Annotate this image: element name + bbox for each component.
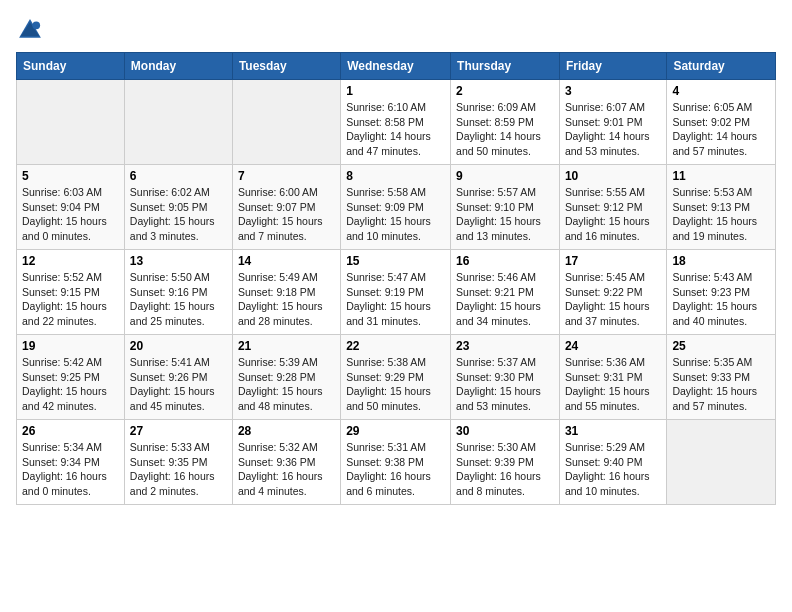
calendar-cell: 12Sunrise: 5:52 AMSunset: 9:15 PMDayligh… xyxy=(17,250,125,335)
day-number: 16 xyxy=(456,254,554,268)
logo-icon xyxy=(16,16,44,44)
day-info: Sunrise: 5:41 AMSunset: 9:26 PMDaylight:… xyxy=(130,355,227,414)
calendar-cell: 8Sunrise: 5:58 AMSunset: 9:09 PMDaylight… xyxy=(341,165,451,250)
day-info: Sunrise: 5:42 AMSunset: 9:25 PMDaylight:… xyxy=(22,355,119,414)
calendar-cell: 28Sunrise: 5:32 AMSunset: 9:36 PMDayligh… xyxy=(232,420,340,505)
day-number: 20 xyxy=(130,339,227,353)
calendar-cell: 5Sunrise: 6:03 AMSunset: 9:04 PMDaylight… xyxy=(17,165,125,250)
calendar-cell: 23Sunrise: 5:37 AMSunset: 9:30 PMDayligh… xyxy=(451,335,560,420)
day-number: 17 xyxy=(565,254,661,268)
day-info: Sunrise: 6:03 AMSunset: 9:04 PMDaylight:… xyxy=(22,185,119,244)
calendar-cell: 16Sunrise: 5:46 AMSunset: 9:21 PMDayligh… xyxy=(451,250,560,335)
day-number: 25 xyxy=(672,339,770,353)
calendar-cell: 19Sunrise: 5:42 AMSunset: 9:25 PMDayligh… xyxy=(17,335,125,420)
calendar-cell: 29Sunrise: 5:31 AMSunset: 9:38 PMDayligh… xyxy=(341,420,451,505)
day-info: Sunrise: 5:36 AMSunset: 9:31 PMDaylight:… xyxy=(565,355,661,414)
calendar-cell: 2Sunrise: 6:09 AMSunset: 8:59 PMDaylight… xyxy=(451,80,560,165)
day-info: Sunrise: 6:07 AMSunset: 9:01 PMDaylight:… xyxy=(565,100,661,159)
calendar-cell: 9Sunrise: 5:57 AMSunset: 9:10 PMDaylight… xyxy=(451,165,560,250)
day-info: Sunrise: 5:37 AMSunset: 9:30 PMDaylight:… xyxy=(456,355,554,414)
day-info: Sunrise: 5:57 AMSunset: 9:10 PMDaylight:… xyxy=(456,185,554,244)
day-info: Sunrise: 5:55 AMSunset: 9:12 PMDaylight:… xyxy=(565,185,661,244)
calendar-cell: 10Sunrise: 5:55 AMSunset: 9:12 PMDayligh… xyxy=(559,165,666,250)
calendar-cell: 30Sunrise: 5:30 AMSunset: 9:39 PMDayligh… xyxy=(451,420,560,505)
calendar-week-row: 12Sunrise: 5:52 AMSunset: 9:15 PMDayligh… xyxy=(17,250,776,335)
day-number: 30 xyxy=(456,424,554,438)
day-number: 12 xyxy=(22,254,119,268)
calendar-table: SundayMondayTuesdayWednesdayThursdayFrid… xyxy=(16,52,776,505)
day-number: 5 xyxy=(22,169,119,183)
day-info: Sunrise: 5:45 AMSunset: 9:22 PMDaylight:… xyxy=(565,270,661,329)
day-number: 28 xyxy=(238,424,335,438)
svg-point-2 xyxy=(32,21,40,29)
calendar-header-saturday: Saturday xyxy=(667,53,776,80)
calendar-cell: 27Sunrise: 5:33 AMSunset: 9:35 PMDayligh… xyxy=(124,420,232,505)
day-info: Sunrise: 5:29 AMSunset: 9:40 PMDaylight:… xyxy=(565,440,661,499)
calendar-cell: 21Sunrise: 5:39 AMSunset: 9:28 PMDayligh… xyxy=(232,335,340,420)
day-info: Sunrise: 5:47 AMSunset: 9:19 PMDaylight:… xyxy=(346,270,445,329)
page-header xyxy=(16,16,776,44)
calendar-header-sunday: Sunday xyxy=(17,53,125,80)
calendar-cell: 3Sunrise: 6:07 AMSunset: 9:01 PMDaylight… xyxy=(559,80,666,165)
day-number: 11 xyxy=(672,169,770,183)
calendar-cell: 14Sunrise: 5:49 AMSunset: 9:18 PMDayligh… xyxy=(232,250,340,335)
day-number: 6 xyxy=(130,169,227,183)
calendar-week-row: 5Sunrise: 6:03 AMSunset: 9:04 PMDaylight… xyxy=(17,165,776,250)
calendar-header-row: SundayMondayTuesdayWednesdayThursdayFrid… xyxy=(17,53,776,80)
day-number: 15 xyxy=(346,254,445,268)
calendar-header-tuesday: Tuesday xyxy=(232,53,340,80)
calendar-cell: 18Sunrise: 5:43 AMSunset: 9:23 PMDayligh… xyxy=(667,250,776,335)
calendar-cell: 25Sunrise: 5:35 AMSunset: 9:33 PMDayligh… xyxy=(667,335,776,420)
day-number: 2 xyxy=(456,84,554,98)
logo xyxy=(16,16,48,44)
calendar-cell: 13Sunrise: 5:50 AMSunset: 9:16 PMDayligh… xyxy=(124,250,232,335)
day-info: Sunrise: 5:38 AMSunset: 9:29 PMDaylight:… xyxy=(346,355,445,414)
day-number: 18 xyxy=(672,254,770,268)
day-number: 23 xyxy=(456,339,554,353)
calendar-cell: 31Sunrise: 5:29 AMSunset: 9:40 PMDayligh… xyxy=(559,420,666,505)
day-number: 3 xyxy=(565,84,661,98)
day-info: Sunrise: 5:49 AMSunset: 9:18 PMDaylight:… xyxy=(238,270,335,329)
day-number: 21 xyxy=(238,339,335,353)
calendar-cell xyxy=(667,420,776,505)
day-number: 29 xyxy=(346,424,445,438)
day-number: 8 xyxy=(346,169,445,183)
calendar-cell xyxy=(17,80,125,165)
calendar-cell: 24Sunrise: 5:36 AMSunset: 9:31 PMDayligh… xyxy=(559,335,666,420)
calendar-cell: 6Sunrise: 6:02 AMSunset: 9:05 PMDaylight… xyxy=(124,165,232,250)
day-info: Sunrise: 5:58 AMSunset: 9:09 PMDaylight:… xyxy=(346,185,445,244)
calendar-cell: 11Sunrise: 5:53 AMSunset: 9:13 PMDayligh… xyxy=(667,165,776,250)
day-info: Sunrise: 6:10 AMSunset: 8:58 PMDaylight:… xyxy=(346,100,445,159)
day-info: Sunrise: 5:33 AMSunset: 9:35 PMDaylight:… xyxy=(130,440,227,499)
day-info: Sunrise: 5:34 AMSunset: 9:34 PMDaylight:… xyxy=(22,440,119,499)
day-number: 22 xyxy=(346,339,445,353)
calendar-cell xyxy=(232,80,340,165)
calendar-cell: 1Sunrise: 6:10 AMSunset: 8:58 PMDaylight… xyxy=(341,80,451,165)
calendar-week-row: 26Sunrise: 5:34 AMSunset: 9:34 PMDayligh… xyxy=(17,420,776,505)
day-info: Sunrise: 6:09 AMSunset: 8:59 PMDaylight:… xyxy=(456,100,554,159)
calendar-cell: 26Sunrise: 5:34 AMSunset: 9:34 PMDayligh… xyxy=(17,420,125,505)
day-info: Sunrise: 5:30 AMSunset: 9:39 PMDaylight:… xyxy=(456,440,554,499)
day-info: Sunrise: 6:00 AMSunset: 9:07 PMDaylight:… xyxy=(238,185,335,244)
calendar-cell: 7Sunrise: 6:00 AMSunset: 9:07 PMDaylight… xyxy=(232,165,340,250)
calendar-cell xyxy=(124,80,232,165)
day-number: 9 xyxy=(456,169,554,183)
day-info: Sunrise: 5:50 AMSunset: 9:16 PMDaylight:… xyxy=(130,270,227,329)
day-number: 4 xyxy=(672,84,770,98)
day-number: 27 xyxy=(130,424,227,438)
day-number: 26 xyxy=(22,424,119,438)
calendar-cell: 20Sunrise: 5:41 AMSunset: 9:26 PMDayligh… xyxy=(124,335,232,420)
day-info: Sunrise: 5:46 AMSunset: 9:21 PMDaylight:… xyxy=(456,270,554,329)
day-number: 1 xyxy=(346,84,445,98)
day-info: Sunrise: 5:35 AMSunset: 9:33 PMDaylight:… xyxy=(672,355,770,414)
day-info: Sunrise: 5:52 AMSunset: 9:15 PMDaylight:… xyxy=(22,270,119,329)
calendar-cell: 15Sunrise: 5:47 AMSunset: 9:19 PMDayligh… xyxy=(341,250,451,335)
day-info: Sunrise: 6:02 AMSunset: 9:05 PMDaylight:… xyxy=(130,185,227,244)
day-number: 14 xyxy=(238,254,335,268)
calendar-header-friday: Friday xyxy=(559,53,666,80)
day-number: 7 xyxy=(238,169,335,183)
calendar-week-row: 1Sunrise: 6:10 AMSunset: 8:58 PMDaylight… xyxy=(17,80,776,165)
calendar-cell: 4Sunrise: 6:05 AMSunset: 9:02 PMDaylight… xyxy=(667,80,776,165)
calendar-header-wednesday: Wednesday xyxy=(341,53,451,80)
day-number: 19 xyxy=(22,339,119,353)
